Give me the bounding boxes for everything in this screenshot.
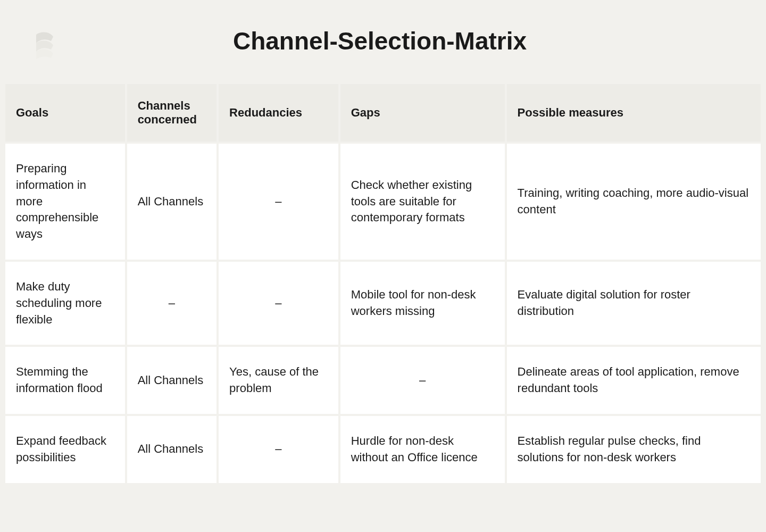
cell-channels: – — [127, 262, 217, 345]
cell-measures: Establish regular pulse checks, find sol… — [507, 416, 761, 483]
page-title: Channel-Selection-Matrix — [79, 27, 681, 55]
header-gaps: Gaps — [340, 84, 505, 142]
cell-goals: Stemming the information flood — [5, 347, 125, 414]
header: Channel-Selection-Matrix — [0, 0, 766, 82]
cell-goals: Expand feedback possibilities — [5, 416, 125, 483]
logo-icon — [32, 28, 57, 54]
header-redundancies: Redudancies — [219, 84, 338, 142]
cell-redundancies: – — [219, 262, 338, 345]
cell-goals: Make duty scheduling more flexible — [5, 262, 125, 345]
header-goals: Goals — [5, 84, 125, 142]
cell-channels: All Channels — [127, 347, 217, 414]
table-row: Make duty scheduling more flexible – – M… — [5, 262, 761, 345]
cell-measures: Evaluate digital solution for roster dis… — [507, 262, 761, 345]
cell-redundancies: Yes, cause of the problem — [219, 347, 338, 414]
cell-goals: Preparing information in more comprehens… — [5, 144, 125, 260]
cell-redundancies: – — [219, 416, 338, 483]
cell-gaps: Mobile tool for non-desk workers missing — [340, 262, 505, 345]
matrix-table-container: Goals Channels concerned Redudancies Gap… — [0, 82, 766, 485]
cell-channels: All Channels — [127, 144, 217, 260]
cell-redundancies: – — [219, 144, 338, 260]
cell-measures: Delineate areas of tool application, rem… — [507, 347, 761, 414]
header-channels: Channels concerned — [127, 84, 217, 142]
matrix-table: Goals Channels concerned Redudancies Gap… — [3, 82, 763, 485]
table-row: Stemming the information flood All Chann… — [5, 347, 761, 414]
table-row: Expand feedback possibilities All Channe… — [5, 416, 761, 483]
cell-channels: All Channels — [127, 416, 217, 483]
cell-measures: Training, writing coaching, more audio-v… — [507, 144, 761, 260]
cell-gaps: – — [340, 347, 505, 414]
table-row: Preparing information in more comprehens… — [5, 144, 761, 260]
cell-gaps: Check whether existing tools are suitabl… — [340, 144, 505, 260]
table-header-row: Goals Channels concerned Redudancies Gap… — [5, 84, 761, 142]
header-measures: Possible measures — [507, 84, 761, 142]
cell-gaps: Hurdle for non-desk without an Office li… — [340, 416, 505, 483]
